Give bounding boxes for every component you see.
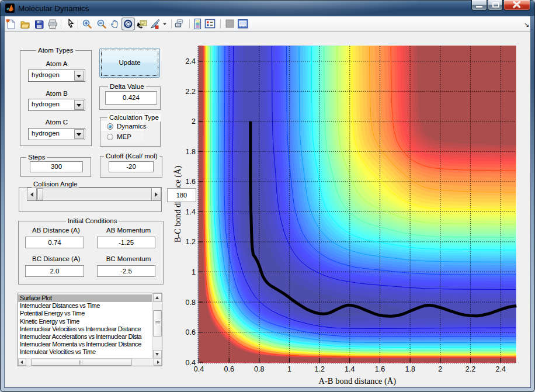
svg-text:0.6: 0.6: [224, 365, 234, 373]
svg-text:2.4: 2.4: [186, 57, 196, 65]
svg-text:1.6: 1.6: [186, 178, 196, 186]
svg-text:2.4: 2.4: [496, 365, 506, 373]
svg-text:1.8: 1.8: [405, 365, 415, 373]
svg-text:1.2: 1.2: [186, 238, 196, 246]
svg-text:1: 1: [287, 365, 291, 373]
svg-text:2.2: 2.2: [186, 88, 196, 96]
svg-text:2.2: 2.2: [465, 365, 475, 373]
svg-text:1.2: 1.2: [315, 365, 325, 373]
svg-text:2: 2: [192, 117, 196, 126]
svg-text:0.6: 0.6: [186, 328, 196, 337]
svg-text:1.6: 1.6: [375, 365, 385, 373]
svg-text:0.8: 0.8: [254, 365, 264, 373]
svg-text:B-C bond distance (Å): B-C bond distance (Å): [173, 165, 183, 242]
svg-text:0.4: 0.4: [186, 359, 196, 367]
svg-text:A-B bond distance (Å): A-B bond distance (Å): [319, 376, 397, 386]
svg-text:1.8: 1.8: [186, 148, 196, 156]
svg-text:1.4: 1.4: [345, 365, 355, 373]
svg-text:2: 2: [438, 365, 442, 373]
svg-text:1: 1: [192, 268, 196, 276]
svg-text:1.4: 1.4: [186, 208, 196, 216]
svg-text:0.8: 0.8: [186, 299, 196, 307]
